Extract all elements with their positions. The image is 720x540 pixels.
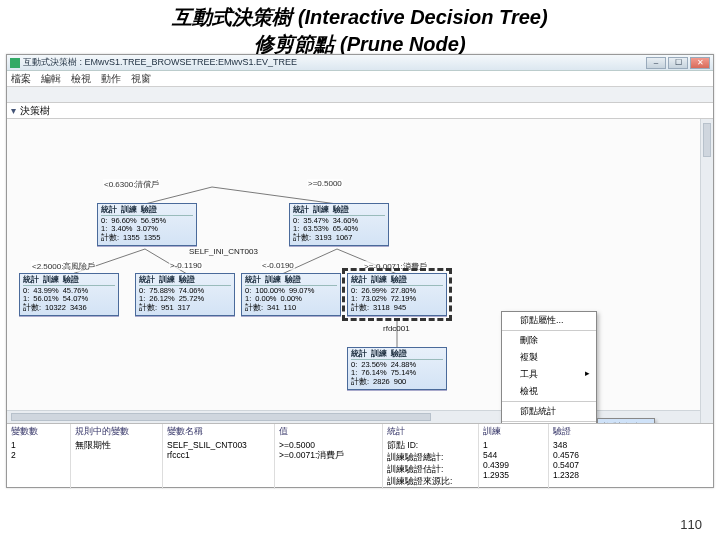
menu-window[interactable]: 動作	[101, 72, 121, 86]
menu-item-5[interactable]: 節點統計	[502, 401, 596, 420]
app-window: 互動式決策樹 : EMwvS1.TREE_BROWSETREE:EMwvS1.E…	[6, 54, 714, 488]
edge-label: >=0.5000	[307, 179, 343, 188]
slide-title: 互動式決策樹 (Interactive Decision Tree) 修剪節點 …	[0, 0, 720, 58]
tree-node[interactable]: 統計訓練驗證 0:35.47%34.60% 1:63.53%65.40% 計數:…	[289, 203, 389, 246]
col-header: 變數名稱	[167, 426, 270, 438]
menu-item-2[interactable]: 複製	[502, 349, 596, 366]
tree-node[interactable]: 統計訓練驗證 0:23.56%24.88% 1:76.14%75.14% 計數:…	[347, 347, 447, 390]
maximize-button[interactable]: ☐	[668, 57, 688, 69]
scrollbar-thumb[interactable]	[703, 123, 711, 157]
edge-label: <-0.0190	[261, 261, 295, 270]
tree-node[interactable]: 統計訓練驗證 0:43.99%45.76% 1:56.01%54.07% 計數:…	[19, 273, 119, 316]
app-icon	[10, 58, 20, 68]
menu-file[interactable]: 檔案	[11, 72, 31, 86]
close-button[interactable]: ✕	[690, 57, 710, 69]
split-label: SELF_INI_CNT003	[189, 247, 258, 256]
window-title: 互動式決策樹 : EMwvS1.TREE_BROWSETREE:EMwvS1.E…	[23, 56, 297, 69]
tree-node[interactable]: 統計訓練驗證 0:100.00%99.07% 1:0.00%0.00% 計數:3…	[241, 273, 341, 316]
menu-item-6[interactable]: 分割節點...	[502, 421, 596, 423]
edge-label: >=-0.0071:消費戶	[363, 261, 428, 272]
context-menu: 節點屬性...刪除複製工具 ▸檢視節點統計分割節點...修剪節點節點規則切換節點…	[501, 311, 597, 423]
tree-canvas[interactable]: <0.6300:清償戶 >=0.5000 SELF_INI_CNT003 <2.…	[7, 119, 713, 423]
edge-label: >-0.1190	[169, 261, 203, 270]
tree-node[interactable]: 統計訓練驗證 0:75.88%74.06% 1:26.12%25.72% 計數:…	[135, 273, 235, 316]
col-header: 訓練	[483, 426, 544, 438]
col-header: 規則中的變數	[75, 426, 158, 438]
edge-label: <0.6300:清償戶	[103, 179, 160, 190]
minimize-button[interactable]: –	[646, 57, 666, 69]
split-label: rfdc001	[383, 324, 410, 333]
menu-view[interactable]: 檢視	[71, 72, 91, 86]
menu-item-4[interactable]: 檢視	[502, 383, 596, 400]
edge-label: <2.5000:高風險戶	[31, 261, 96, 272]
rules-panel: 變數數 1 2 規則中的變數 無限期性 變數名稱 SELF_SLIL_CNT00…	[7, 423, 713, 489]
menubar: 檔案 編輯 檢視 動作 視窗	[7, 71, 713, 87]
menu-help[interactable]: 視窗	[131, 72, 151, 86]
col-header: 值	[279, 426, 378, 438]
context-submenu: 複製節點	[597, 418, 655, 423]
breadcrumb-label: 決策樹	[20, 104, 50, 118]
titlebar[interactable]: 互動式決策樹 : EMwvS1.TREE_BROWSETREE:EMwvS1.E…	[7, 55, 713, 71]
col-header: 統計	[387, 426, 474, 438]
submenu-item-copy-node[interactable]: 複製節點	[598, 419, 654, 423]
breadcrumb: ▾ 決策樹	[7, 103, 713, 119]
tree-node-selected[interactable]: 統計訓練驗證 0:26.99%27.80% 1:73.02%72.19% 計數:…	[347, 273, 447, 316]
tree-node[interactable]: 統計訓練驗證 0:96.60%56.95% 1:3.40%3.07% 計數:13…	[97, 203, 197, 246]
col-header: 變數數	[11, 426, 66, 438]
scrollbar-thumb[interactable]	[11, 413, 431, 421]
title-line-1: 互動式決策樹 (Interactive Decision Tree)	[172, 6, 547, 28]
menu-item-3[interactable]: 工具 ▸	[502, 366, 596, 383]
col-header: 驗證	[553, 426, 709, 438]
page-number: 110	[680, 517, 702, 532]
menu-item-1[interactable]: 刪除	[502, 330, 596, 349]
menu-item-0[interactable]: 節點屬性...	[502, 312, 596, 329]
toolbar	[7, 87, 713, 103]
vertical-scrollbar[interactable]	[700, 119, 713, 423]
chevron-down-icon[interactable]: ▾	[11, 105, 16, 116]
menu-edit[interactable]: 編輯	[41, 72, 61, 86]
